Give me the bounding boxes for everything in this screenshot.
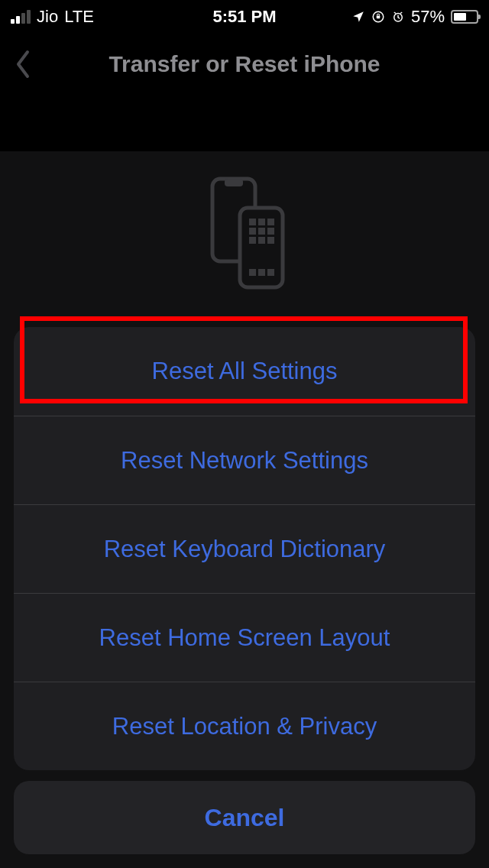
reset-all-settings-button[interactable]: Reset All Settings bbox=[14, 327, 475, 416]
reset-location-privacy-button[interactable]: Reset Location & Privacy bbox=[14, 682, 475, 770]
cancel-button[interactable]: Cancel bbox=[14, 781, 475, 854]
action-sheet: Reset All Settings Reset Network Setting… bbox=[14, 327, 475, 854]
sheet-group: Reset All Settings Reset Network Setting… bbox=[14, 327, 475, 770]
reset-keyboard-dictionary-button[interactable]: Reset Keyboard Dictionary bbox=[14, 504, 475, 593]
reset-network-settings-button[interactable]: Reset Network Settings bbox=[14, 416, 475, 504]
reset-home-screen-layout-button[interactable]: Reset Home Screen Layout bbox=[14, 593, 475, 682]
